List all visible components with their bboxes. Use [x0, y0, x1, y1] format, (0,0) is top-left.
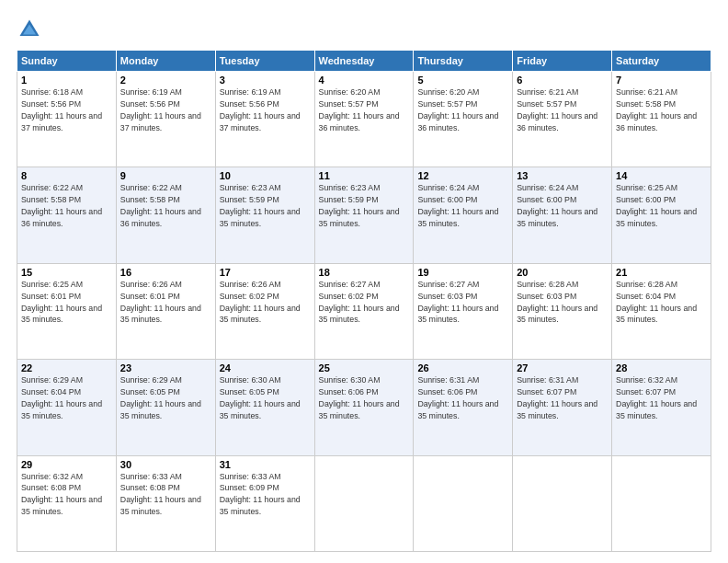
day-info: Sunrise: 6:19 AMSunset: 5:56 PMDaylight:…	[220, 87, 301, 132]
day-info: Sunrise: 6:18 AMSunset: 5:56 PMDaylight:…	[21, 87, 102, 132]
calendar-day-cell: 13 Sunrise: 6:24 AMSunset: 6:00 PMDaylig…	[513, 167, 612, 263]
calendar-day-cell: 7 Sunrise: 6:21 AMSunset: 5:58 PMDayligh…	[612, 72, 711, 167]
day-number: 2	[120, 75, 211, 86]
day-info: Sunrise: 6:24 AMSunset: 6:00 PMDaylight:…	[417, 183, 498, 228]
calendar-day-cell: 11 Sunrise: 6:23 AMSunset: 5:59 PMDaylig…	[314, 167, 414, 263]
day-info: Sunrise: 6:22 AMSunset: 5:58 PMDaylight:…	[21, 183, 102, 228]
calendar-week-row: 15 Sunrise: 6:25 AMSunset: 6:01 PMDaylig…	[17, 263, 711, 359]
logo-icon	[17, 17, 42, 42]
calendar-day-cell: 30 Sunrise: 6:33 AMSunset: 6:08 PMDaylig…	[116, 455, 215, 551]
day-number: 9	[120, 170, 211, 181]
day-number: 7	[616, 75, 707, 86]
day-number: 27	[517, 362, 608, 373]
day-number: 11	[319, 170, 410, 181]
day-number: 24	[220, 362, 311, 373]
day-number: 29	[21, 459, 112, 470]
day-number: 10	[220, 170, 311, 181]
day-number: 14	[616, 170, 707, 181]
calendar-day-cell: 9 Sunrise: 6:22 AMSunset: 5:58 PMDayligh…	[116, 167, 215, 263]
day-number: 16	[120, 267, 211, 278]
calendar-header-cell: Thursday	[414, 51, 513, 72]
day-number: 17	[220, 267, 311, 278]
day-info: Sunrise: 6:23 AMSunset: 5:59 PMDaylight:…	[220, 183, 301, 228]
calendar-day-cell	[513, 455, 612, 551]
day-info: Sunrise: 6:24 AMSunset: 6:00 PMDaylight:…	[517, 183, 597, 228]
day-info: Sunrise: 6:21 AMSunset: 5:57 PMDaylight:…	[517, 87, 597, 132]
calendar-day-cell: 12 Sunrise: 6:24 AMSunset: 6:00 PMDaylig…	[414, 167, 513, 263]
day-number: 28	[616, 362, 707, 373]
page: SundayMondayTuesdayWednesdayThursdayFrid…	[0, 0, 728, 563]
day-info: Sunrise: 6:28 AMSunset: 6:04 PMDaylight:…	[616, 280, 697, 325]
calendar-header-cell: Monday	[116, 51, 215, 72]
day-info: Sunrise: 6:33 AMSunset: 6:08 PMDaylight:…	[120, 472, 201, 517]
calendar-day-cell: 19 Sunrise: 6:27 AMSunset: 6:03 PMDaylig…	[414, 263, 513, 359]
calendar-day-cell: 31 Sunrise: 6:33 AMSunset: 6:09 PMDaylig…	[215, 455, 314, 551]
day-info: Sunrise: 6:22 AMSunset: 5:58 PMDaylight:…	[120, 183, 201, 228]
calendar-day-cell: 28 Sunrise: 6:32 AMSunset: 6:07 PMDaylig…	[612, 360, 711, 455]
calendar-day-cell: 22 Sunrise: 6:29 AMSunset: 6:04 PMDaylig…	[17, 360, 117, 455]
calendar-day-cell: 6 Sunrise: 6:21 AMSunset: 5:57 PMDayligh…	[513, 72, 612, 167]
day-info: Sunrise: 6:32 AMSunset: 6:08 PMDaylight:…	[21, 472, 102, 517]
calendar-header-cell: Tuesday	[215, 51, 314, 72]
day-info: Sunrise: 6:19 AMSunset: 5:56 PMDaylight:…	[120, 87, 201, 132]
day-info: Sunrise: 6:32 AMSunset: 6:07 PMDaylight:…	[616, 375, 697, 420]
calendar-day-cell: 8 Sunrise: 6:22 AMSunset: 5:58 PMDayligh…	[17, 167, 117, 263]
calendar-week-row: 1 Sunrise: 6:18 AMSunset: 5:56 PMDayligh…	[17, 72, 711, 167]
calendar-day-cell: 29 Sunrise: 6:32 AMSunset: 6:08 PMDaylig…	[17, 455, 117, 551]
calendar-body: 1 Sunrise: 6:18 AMSunset: 5:56 PMDayligh…	[17, 72, 711, 552]
day-info: Sunrise: 6:25 AMSunset: 6:00 PMDaylight:…	[616, 183, 697, 228]
day-number: 1	[21, 75, 112, 86]
day-info: Sunrise: 6:33 AMSunset: 6:09 PMDaylight:…	[220, 472, 301, 517]
calendar-day-cell: 23 Sunrise: 6:29 AMSunset: 6:05 PMDaylig…	[116, 360, 215, 455]
day-number: 23	[120, 362, 211, 373]
calendar-day-cell: 1 Sunrise: 6:18 AMSunset: 5:56 PMDayligh…	[17, 72, 117, 167]
day-number: 15	[21, 267, 112, 278]
day-number: 3	[220, 75, 311, 86]
day-number: 30	[120, 459, 211, 470]
day-info: Sunrise: 6:30 AMSunset: 6:05 PMDaylight:…	[220, 375, 301, 420]
day-info: Sunrise: 6:31 AMSunset: 6:07 PMDaylight:…	[517, 375, 597, 420]
calendar-day-cell: 26 Sunrise: 6:31 AMSunset: 6:06 PMDaylig…	[414, 360, 513, 455]
day-info: Sunrise: 6:29 AMSunset: 6:05 PMDaylight:…	[120, 375, 201, 420]
day-info: Sunrise: 6:21 AMSunset: 5:58 PMDaylight:…	[616, 87, 697, 132]
calendar-header-cell: Wednesday	[314, 51, 414, 72]
day-info: Sunrise: 6:27 AMSunset: 6:02 PMDaylight:…	[319, 280, 400, 325]
calendar-day-cell: 21 Sunrise: 6:28 AMSunset: 6:04 PMDaylig…	[612, 263, 711, 359]
calendar-day-cell	[612, 455, 711, 551]
day-number: 19	[417, 267, 508, 278]
calendar-header-cell: Friday	[513, 51, 612, 72]
day-number: 8	[21, 170, 112, 181]
calendar-day-cell: 10 Sunrise: 6:23 AMSunset: 5:59 PMDaylig…	[215, 167, 314, 263]
day-info: Sunrise: 6:25 AMSunset: 6:01 PMDaylight:…	[21, 280, 102, 325]
calendar-day-cell	[414, 455, 513, 551]
calendar-day-cell: 15 Sunrise: 6:25 AMSunset: 6:01 PMDaylig…	[17, 263, 117, 359]
calendar-day-cell: 14 Sunrise: 6:25 AMSunset: 6:00 PMDaylig…	[612, 167, 711, 263]
day-number: 31	[220, 459, 311, 470]
day-info: Sunrise: 6:30 AMSunset: 6:06 PMDaylight:…	[319, 375, 400, 420]
calendar-header-row: SundayMondayTuesdayWednesdayThursdayFrid…	[17, 51, 711, 72]
calendar-table: SundayMondayTuesdayWednesdayThursdayFrid…	[17, 50, 711, 552]
header	[17, 17, 711, 42]
calendar-day-cell: 24 Sunrise: 6:30 AMSunset: 6:05 PMDaylig…	[215, 360, 314, 455]
day-info: Sunrise: 6:23 AMSunset: 5:59 PMDaylight:…	[319, 183, 400, 228]
day-info: Sunrise: 6:26 AMSunset: 6:02 PMDaylight:…	[220, 280, 301, 325]
calendar-day-cell: 20 Sunrise: 6:28 AMSunset: 6:03 PMDaylig…	[513, 263, 612, 359]
day-number: 18	[319, 267, 410, 278]
day-info: Sunrise: 6:27 AMSunset: 6:03 PMDaylight:…	[417, 280, 498, 325]
calendar-week-row: 22 Sunrise: 6:29 AMSunset: 6:04 PMDaylig…	[17, 360, 711, 455]
calendar-week-row: 29 Sunrise: 6:32 AMSunset: 6:08 PMDaylig…	[17, 455, 711, 551]
calendar-day-cell: 18 Sunrise: 6:27 AMSunset: 6:02 PMDaylig…	[314, 263, 414, 359]
calendar-day-cell: 17 Sunrise: 6:26 AMSunset: 6:02 PMDaylig…	[215, 263, 314, 359]
calendar-day-cell: 25 Sunrise: 6:30 AMSunset: 6:06 PMDaylig…	[314, 360, 414, 455]
calendar-day-cell: 4 Sunrise: 6:20 AMSunset: 5:57 PMDayligh…	[314, 72, 414, 167]
day-number: 4	[319, 75, 410, 86]
calendar-day-cell	[314, 455, 414, 551]
calendar-day-cell: 3 Sunrise: 6:19 AMSunset: 5:56 PMDayligh…	[215, 72, 314, 167]
day-info: Sunrise: 6:31 AMSunset: 6:06 PMDaylight:…	[417, 375, 498, 420]
day-number: 26	[417, 362, 508, 373]
calendar-header-cell: Sunday	[17, 51, 117, 72]
day-info: Sunrise: 6:26 AMSunset: 6:01 PMDaylight:…	[120, 280, 201, 325]
day-info: Sunrise: 6:28 AMSunset: 6:03 PMDaylight:…	[517, 280, 597, 325]
day-number: 12	[417, 170, 508, 181]
day-number: 25	[319, 362, 410, 373]
